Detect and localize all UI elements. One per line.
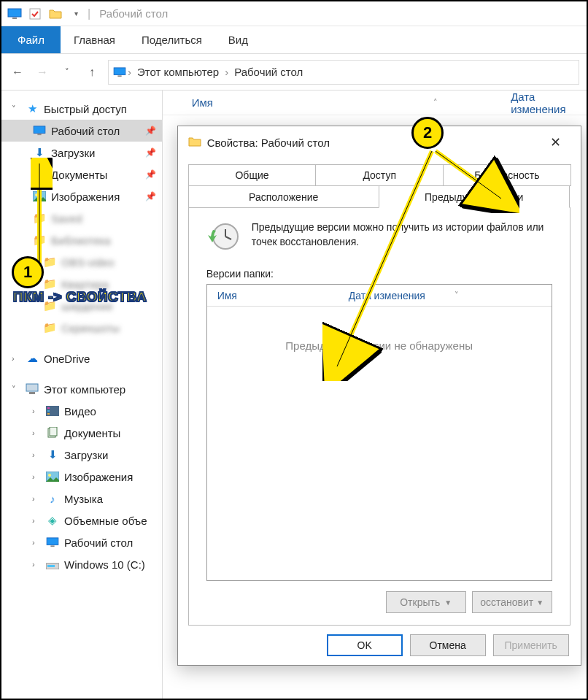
qat-dropdown-icon[interactable]: ▾ [67, 5, 85, 23]
tree-desktop2[interactable]: ›Рабочий стол [1, 531, 162, 553]
sidebar-tree: ˅ ★ Быстрый доступ Рабочий стол 📌 ⬇ Загр… [1, 91, 163, 699]
dialog-titlebar[interactable]: Свойства: Рабочий стол ✕ [178, 126, 581, 158]
tree-label-blurred: Квартира [61, 278, 109, 291]
cancel-button[interactable]: Отмена [410, 634, 486, 656]
chevron-right-icon[interactable]: › [223, 66, 230, 78]
folder-icon: 📁 [42, 321, 57, 334]
tab-previous-versions[interactable]: Предыдущие версии [379, 186, 570, 208]
tree-label: Видео [64, 405, 96, 418]
tree-label: OneDrive [44, 353, 90, 365]
dialog-footer: OK Отмена Применить [178, 626, 581, 665]
download-icon: ⬇ [32, 146, 47, 159]
monitor-icon [113, 67, 126, 77]
breadcrumb-root[interactable]: Этот компьютер [133, 66, 223, 78]
tree-label: Загрузки [64, 449, 108, 461]
ribbon-tab-share[interactable]: Поделиться [128, 26, 215, 53]
svg-rect-8 [36, 169, 44, 177]
svg-rect-4 [117, 75, 121, 77]
versions-col-name[interactable]: Имя [217, 290, 349, 301]
tree-blurred[interactable]: 📁Saved [1, 207, 162, 229]
tree-label: Объемные объе [64, 515, 147, 527]
pc-icon [25, 382, 39, 396]
cloud-icon: ☁ [25, 352, 39, 365]
tree-quick-access[interactable]: ˅ ★ Быстрый доступ [1, 98, 162, 120]
ribbon-tab-file[interactable]: Файл [1, 26, 61, 53]
tree-downloads[interactable]: ⬇ Загрузки 📌 [1, 142, 162, 164]
ribbon-tab-view[interactable]: Вид [215, 26, 261, 53]
tree-label-blurred: Saved [51, 212, 82, 225]
chevron-right-icon[interactable]: › [126, 66, 133, 78]
tab-security[interactable]: Безопасность [443, 164, 571, 186]
window-separator: | [88, 7, 90, 20]
svg-point-20 [48, 474, 51, 477]
svg-rect-21 [47, 538, 58, 545]
tree-label: Быстрый доступ [44, 103, 127, 115]
tree-label: Загрузки [51, 147, 95, 159]
sort-indicator-icon: ˅ [454, 291, 459, 300]
qat-monitor-icon[interactable] [6, 5, 23, 23]
dialog-tabs: Общие Доступ Безопасность Расположение П… [178, 158, 581, 208]
pictures-icon [45, 470, 60, 483]
nav-up-button[interactable]: ↑ [83, 64, 101, 81]
folder-icon: 📁 [32, 212, 47, 225]
svg-rect-15 [47, 410, 50, 412]
tree-music[interactable]: ›♪Музыка [1, 488, 162, 509]
nav-forward-button: → [34, 64, 51, 81]
tree-this-pc[interactable]: ˅ Этот компьютер [1, 378, 162, 400]
tab-sharing[interactable]: Доступ [315, 164, 444, 186]
sort-indicator-icon: ˄ [433, 98, 438, 107]
dialog-description: Предыдущие версии можно получить из исто… [252, 220, 552, 253]
svg-rect-14 [47, 407, 50, 409]
restore-clock-icon [206, 220, 240, 253]
tree-3d-objects[interactable]: ›◈Объемные объе [1, 509, 162, 531]
chevron-right-icon: › [32, 450, 41, 459]
tree-label: Документы [51, 169, 107, 181]
folder-icon: 📁 [42, 255, 57, 269]
tree-label-blurred: OBS-video [61, 256, 115, 269]
tree-blurred[interactable]: 📁Скриншоты [1, 317, 162, 339]
breadcrumb-leaf[interactable]: Рабочий стол [230, 66, 307, 78]
tree-pictures2[interactable]: ›Изображения [1, 466, 162, 488]
ribbon: Файл Главная Поделиться Вид [1, 26, 587, 54]
versions-column-header[interactable]: Имя Дата изменения ˅ [207, 285, 552, 307]
column-date[interactable]: Дата изменения [511, 91, 587, 115]
chevron-right-icon: › [12, 354, 20, 363]
ok-button[interactable]: OK [327, 634, 403, 656]
pin-icon: 📌 [145, 126, 156, 136]
tree-documents[interactable]: Документы 📌 [1, 164, 162, 185]
svg-rect-18 [50, 427, 57, 436]
ribbon-tab-home[interactable]: Главная [61, 26, 128, 53]
chevron-right-icon: › [32, 516, 41, 525]
tree-desktop[interactable]: Рабочий стол 📌 [1, 120, 162, 142]
column-header[interactable]: Имя ˄ Дата изменения [163, 91, 587, 115]
pictures-icon [32, 190, 47, 203]
tree-downloads2[interactable]: ›⬇Загрузки [1, 444, 162, 466]
tree-label: Рабочий стол [51, 125, 120, 137]
versions-col-date[interactable]: Дата изменения [349, 290, 425, 301]
svg-rect-0 [8, 9, 21, 17]
tree-pictures[interactable]: Изображения 📌 [1, 185, 162, 207]
breadcrumb[interactable]: › Этот компьютер › Рабочий стол [108, 60, 579, 85]
tab-location[interactable]: Расположение [188, 186, 379, 208]
pin-icon: 📌 [145, 169, 156, 180]
tree-blurred[interactable]: 📁Библиотека [1, 229, 162, 251]
versions-listbox[interactable]: Имя Дата изменения ˅ Предыдущие версии н… [206, 284, 552, 581]
svg-rect-6 [37, 134, 41, 135]
tree-label: Изображения [51, 191, 120, 203]
nav-back-button[interactable]: ← [9, 64, 26, 81]
tree-onedrive[interactable]: › ☁ OneDrive [1, 347, 162, 369]
documents-icon [32, 168, 47, 181]
tab-general[interactable]: Общие [188, 164, 317, 186]
nav-recent-dropdown[interactable]: ˅ [58, 64, 76, 81]
tree-label: Windows 10 (C:) [64, 558, 145, 571]
close-button[interactable]: ✕ [541, 134, 570, 150]
qat-folder-icon[interactable] [47, 5, 64, 23]
dialog-title-text: Свойства: Рабочий стол [207, 136, 330, 149]
tree-videos[interactable]: ›Видео [1, 400, 162, 422]
tree-c-drive[interactable]: ›Windows 10 (C:) [1, 553, 162, 575]
pin-icon: 📌 [145, 147, 156, 158]
qat-check-icon[interactable] [26, 5, 44, 23]
tree-documents2[interactable]: ›Документы [1, 422, 162, 444]
column-name[interactable]: Имя [192, 96, 434, 109]
tree-label: Этот компьютер [44, 383, 125, 396]
